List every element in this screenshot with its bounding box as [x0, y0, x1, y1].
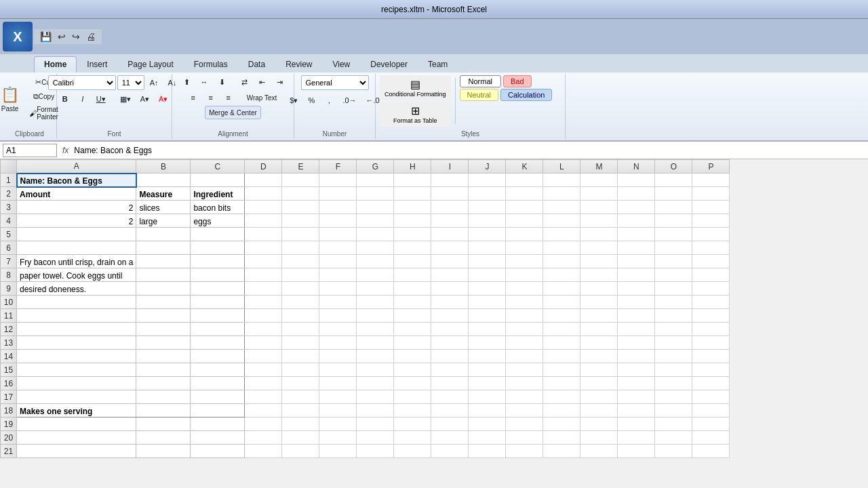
cell-A9[interactable]: desired doneness.	[17, 282, 136, 296]
cell-A2[interactable]: Amount	[17, 187, 136, 201]
cell-D11[interactable]	[245, 309, 282, 323]
cell-J15[interactable]	[469, 363, 506, 377]
cell-D21[interactable]	[245, 445, 282, 458]
row-header-16[interactable]: 16	[1, 377, 17, 390]
row-header-11[interactable]: 11	[1, 309, 17, 323]
wrap-text-button[interactable]: Wrap Text	[243, 91, 281, 104]
cell-C19[interactable]	[191, 418, 245, 431]
cell-N5[interactable]	[618, 228, 655, 241]
cell-M5[interactable]	[580, 228, 618, 241]
comma-button[interactable]: ,	[321, 94, 337, 107]
cell-E16[interactable]	[282, 377, 319, 390]
cell-B14[interactable]	[136, 350, 191, 363]
cell-E20[interactable]	[282, 431, 319, 445]
cell-E4[interactable]	[282, 214, 319, 228]
cell-M14[interactable]	[580, 350, 618, 363]
cell-C6[interactable]	[191, 241, 245, 255]
cell-E1[interactable]	[282, 174, 319, 187]
font-size-select[interactable]: 11	[117, 75, 144, 90]
cell-H5[interactable]	[394, 228, 431, 241]
cell-M11[interactable]	[580, 309, 618, 323]
cell-J14[interactable]	[469, 350, 506, 363]
row-header-6[interactable]: 6	[1, 241, 17, 255]
cell-B6[interactable]	[136, 241, 191, 255]
cell-J19[interactable]	[469, 418, 506, 431]
cell-H19[interactable]	[394, 418, 431, 431]
cell-B4[interactable]: large	[136, 214, 191, 228]
cell-F6[interactable]	[319, 241, 357, 255]
cell-G18[interactable]	[357, 404, 394, 418]
cell-A19[interactable]	[17, 418, 136, 431]
merge-center-button[interactable]: Merge & Center	[205, 106, 261, 119]
cell-G8[interactable]	[357, 268, 394, 282]
cell-O16[interactable]	[655, 377, 692, 390]
cell-J16[interactable]	[469, 377, 506, 390]
cell-B17[interactable]	[136, 390, 191, 404]
cell-I4[interactable]	[431, 214, 469, 228]
cell-P11[interactable]	[692, 309, 730, 323]
row-header-21[interactable]: 21	[1, 445, 17, 458]
cell-E11[interactable]	[282, 309, 319, 323]
cell-L1[interactable]	[543, 174, 580, 187]
cell-C9[interactable]	[191, 282, 245, 296]
cell-J9[interactable]	[469, 282, 506, 296]
cell-J4[interactable]	[469, 214, 506, 228]
col-header-d[interactable]: D	[245, 160, 282, 174]
style-normal-button[interactable]: Normal	[460, 75, 501, 87]
cell-I19[interactable]	[431, 418, 469, 431]
cell-M3[interactable]	[580, 201, 618, 214]
cell-H4[interactable]	[394, 214, 431, 228]
cell-A14[interactable]	[17, 350, 136, 363]
cell-K21[interactable]	[506, 445, 543, 458]
cell-O18[interactable]	[655, 404, 692, 418]
border-button[interactable]: ▦▾	[116, 92, 135, 106]
row-header-1[interactable]: 1	[1, 174, 17, 187]
cell-A16[interactable]	[17, 377, 136, 390]
cell-P17[interactable]	[692, 390, 730, 404]
cell-F1[interactable]	[319, 174, 357, 187]
cell-K5[interactable]	[506, 228, 543, 241]
cell-K12[interactable]	[506, 323, 543, 336]
cell-N7[interactable]	[618, 255, 655, 268]
tab-formulas[interactable]: Formulas	[184, 56, 238, 73]
cell-F9[interactable]	[319, 282, 357, 296]
cell-E9[interactable]	[282, 282, 319, 296]
cell-D5[interactable]	[245, 228, 282, 241]
number-format-select[interactable]: General	[301, 75, 369, 90]
cell-A8[interactable]: paper towel. Cook eggs until	[17, 268, 136, 282]
cell-G11[interactable]	[357, 309, 394, 323]
cell-C1[interactable]	[191, 174, 245, 187]
cell-K6[interactable]	[506, 241, 543, 255]
formula-content[interactable]: Name: Bacon & Eggs	[74, 146, 865, 155]
cell-O12[interactable]	[655, 323, 692, 336]
cell-D2[interactable]	[245, 187, 282, 201]
cell-O4[interactable]	[655, 214, 692, 228]
cell-C3[interactable]: bacon bits	[191, 201, 245, 214]
align-left-button[interactable]: ≡	[185, 91, 201, 104]
col-header-f[interactable]: F	[319, 160, 357, 174]
cell-D9[interactable]	[245, 282, 282, 296]
cell-P7[interactable]	[692, 255, 730, 268]
cell-O15[interactable]	[655, 363, 692, 377]
cell-D15[interactable]	[245, 363, 282, 377]
cell-N1[interactable]	[618, 174, 655, 187]
cell-C15[interactable]	[191, 363, 245, 377]
cell-N15[interactable]	[618, 363, 655, 377]
cell-O13[interactable]	[655, 336, 692, 350]
italic-button[interactable]: I	[75, 92, 91, 106]
cell-C18[interactable]	[191, 404, 245, 418]
cell-M18[interactable]	[580, 404, 618, 418]
text-direction-button[interactable]: ⇄	[236, 75, 252, 89]
cell-E14[interactable]	[282, 350, 319, 363]
cell-H20[interactable]	[394, 431, 431, 445]
cell-F13[interactable]	[319, 336, 357, 350]
cell-P2[interactable]	[692, 187, 730, 201]
cell-K11[interactable]	[506, 309, 543, 323]
cell-L6[interactable]	[543, 241, 580, 255]
cell-I18[interactable]	[431, 404, 469, 418]
cell-I3[interactable]	[431, 201, 469, 214]
tab-data[interactable]: Data	[238, 56, 275, 73]
cell-L19[interactable]	[543, 418, 580, 431]
cell-J8[interactable]	[469, 268, 506, 282]
cell-H10[interactable]	[394, 296, 431, 309]
